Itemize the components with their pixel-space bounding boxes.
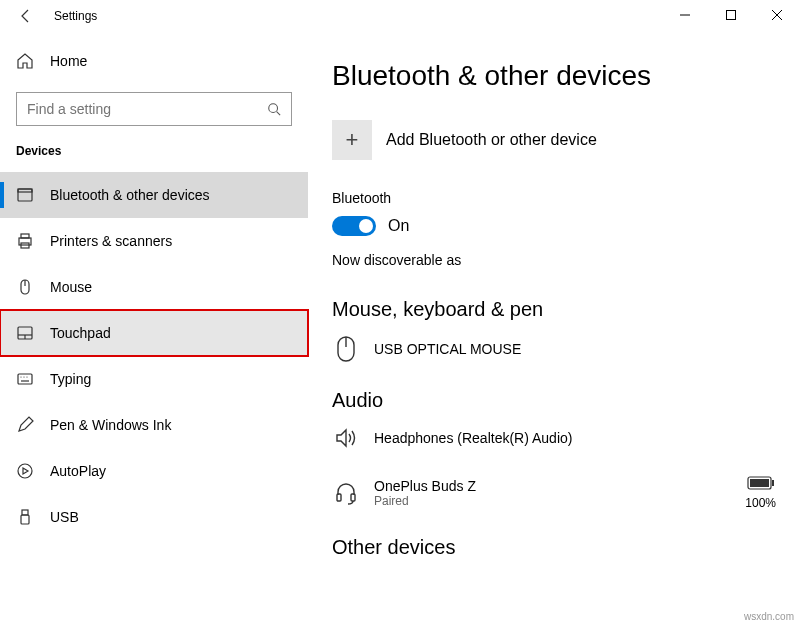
discoverable-text: Now discoverable as bbox=[332, 252, 776, 268]
bluetooth-label: Bluetooth bbox=[332, 190, 776, 206]
toggle-state: On bbox=[388, 217, 409, 235]
sidebar: Home Devices Bluetooth & other devices P… bbox=[0, 32, 308, 626]
svg-rect-29 bbox=[750, 479, 769, 487]
svg-rect-22 bbox=[22, 510, 28, 515]
add-device-button[interactable]: + Add Bluetooth or other device bbox=[332, 120, 776, 160]
sidebar-home-label: Home bbox=[50, 53, 87, 69]
speaker-icon bbox=[332, 426, 360, 450]
svg-rect-26 bbox=[337, 494, 341, 501]
sidebar-item-label: USB bbox=[50, 509, 79, 525]
maximize-button[interactable] bbox=[708, 0, 754, 30]
device-status: Paired bbox=[374, 494, 476, 508]
sidebar-category: Devices bbox=[0, 138, 308, 172]
mouse-icon bbox=[16, 278, 34, 296]
section-other: Other devices bbox=[332, 536, 776, 559]
sidebar-item-autoplay[interactable]: AutoPlay bbox=[0, 448, 308, 494]
watermark: wsxdn.com bbox=[744, 611, 794, 622]
svg-rect-16 bbox=[18, 374, 32, 384]
device-name: Headphones (Realtek(R) Audio) bbox=[374, 430, 572, 446]
sidebar-item-label: AutoPlay bbox=[50, 463, 106, 479]
sidebar-item-label: Touchpad bbox=[50, 325, 111, 341]
mouse-icon bbox=[332, 335, 360, 363]
sidebar-item-bluetooth[interactable]: Bluetooth & other devices bbox=[0, 172, 308, 218]
sidebar-home[interactable]: Home bbox=[0, 38, 308, 84]
sidebar-item-label: Mouse bbox=[50, 279, 92, 295]
svg-rect-7 bbox=[18, 189, 32, 192]
sidebar-item-label: Typing bbox=[50, 371, 91, 387]
bluetooth-devices-icon bbox=[16, 186, 34, 204]
svg-point-21 bbox=[18, 464, 32, 478]
device-name: OnePlus Buds Z bbox=[374, 478, 476, 494]
bluetooth-toggle[interactable] bbox=[332, 216, 376, 236]
sidebar-item-mouse[interactable]: Mouse bbox=[0, 264, 308, 310]
battery-icon bbox=[747, 476, 775, 490]
device-row[interactable]: Headphones (Realtek(R) Audio) bbox=[332, 426, 776, 450]
search-icon bbox=[267, 102, 281, 116]
touchpad-icon bbox=[16, 324, 34, 342]
sidebar-item-usb[interactable]: USB bbox=[0, 494, 308, 540]
minimize-button[interactable] bbox=[662, 0, 708, 30]
svg-point-18 bbox=[20, 376, 21, 377]
svg-point-19 bbox=[23, 376, 24, 377]
close-button[interactable] bbox=[754, 0, 800, 30]
svg-point-4 bbox=[269, 104, 278, 113]
sidebar-item-printers[interactable]: Printers & scanners bbox=[0, 218, 308, 264]
sidebar-item-label: Printers & scanners bbox=[50, 233, 172, 249]
printer-icon bbox=[16, 232, 34, 250]
back-button[interactable] bbox=[14, 8, 38, 24]
battery-percent: 100% bbox=[745, 496, 776, 510]
svg-line-5 bbox=[277, 112, 281, 116]
battery-indicator: 100% bbox=[745, 476, 776, 510]
sidebar-item-label: Bluetooth & other devices bbox=[50, 187, 210, 203]
add-device-label: Add Bluetooth or other device bbox=[386, 131, 597, 149]
section-mouse-keyboard: Mouse, keyboard & pen bbox=[332, 298, 776, 321]
svg-rect-23 bbox=[21, 515, 29, 524]
keyboard-icon bbox=[16, 370, 34, 388]
autoplay-icon bbox=[16, 462, 34, 480]
device-row[interactable]: USB OPTICAL MOUSE bbox=[332, 335, 776, 363]
svg-rect-27 bbox=[351, 494, 355, 501]
page-title: Bluetooth & other devices bbox=[332, 60, 776, 92]
window-title: Settings bbox=[54, 9, 97, 23]
sidebar-item-typing[interactable]: Typing bbox=[0, 356, 308, 402]
plus-icon: + bbox=[332, 120, 372, 160]
section-audio: Audio bbox=[332, 389, 776, 412]
svg-rect-9 bbox=[21, 234, 29, 238]
device-name: USB OPTICAL MOUSE bbox=[374, 341, 521, 357]
svg-rect-1 bbox=[727, 11, 736, 20]
sidebar-item-label: Pen & Windows Ink bbox=[50, 417, 171, 433]
usb-icon bbox=[16, 508, 34, 526]
svg-rect-30 bbox=[772, 480, 774, 486]
sidebar-item-touchpad[interactable]: Touchpad bbox=[0, 310, 308, 356]
pen-icon bbox=[16, 416, 34, 434]
sidebar-item-pen[interactable]: Pen & Windows Ink bbox=[0, 402, 308, 448]
svg-rect-6 bbox=[18, 189, 32, 201]
svg-point-20 bbox=[26, 376, 27, 377]
main-content: Bluetooth & other devices + Add Bluetoot… bbox=[308, 32, 800, 626]
device-row[interactable]: OnePlus Buds Z Paired 100% bbox=[332, 476, 776, 510]
search-input[interactable] bbox=[16, 92, 292, 126]
home-icon bbox=[16, 52, 34, 70]
headset-icon bbox=[332, 481, 360, 505]
